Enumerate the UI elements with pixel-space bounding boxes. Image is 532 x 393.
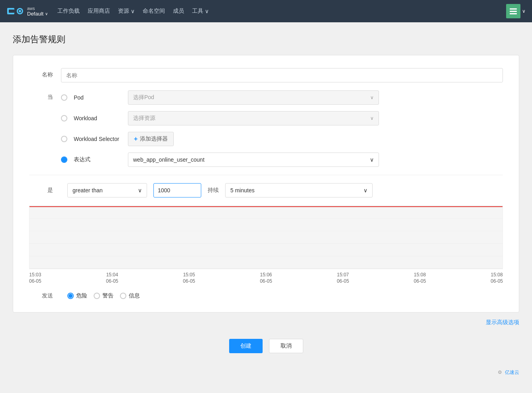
- condition-select-value: greater than: [73, 187, 103, 194]
- navbar: aws Default ∨ 工作负载 应用商店 资源 ∨ 命名空间 成员 工具 …: [0, 0, 532, 22]
- send-row: 发送 危险 警告 信息: [29, 292, 503, 299]
- duration-label: 持续: [208, 187, 219, 194]
- workload-select-placeholder: 选择资源: [133, 115, 155, 122]
- expression-label: 表达式: [74, 156, 122, 163]
- name-input[interactable]: [61, 68, 503, 82]
- workload-selector-radio[interactable]: [61, 136, 67, 142]
- aws-label: aws: [27, 6, 48, 11]
- default-label: Default: [27, 11, 43, 17]
- when-options: Pod 选择Pod ∨ Workload 选择资源 ∨: [61, 90, 503, 167]
- svg-rect-2: [9, 10, 14, 13]
- expression-value: web_app_online_user_count: [133, 156, 204, 163]
- radio-group: Pod 选择Pod ∨ Workload 选择资源 ∨: [61, 90, 503, 167]
- pod-select-chevron-icon: ∨: [370, 95, 374, 100]
- pod-label: Pod: [74, 94, 122, 101]
- condition-row: 是 greater than ∨ 持续 5 minutes ∨: [29, 183, 503, 197]
- footer: ⚙ 亿速云: [0, 364, 532, 381]
- footer-link[interactable]: 亿速云: [505, 370, 519, 375]
- threshold-input[interactable]: [153, 183, 201, 197]
- chart-x-labels: 15:0306-05 15:0406-05 15:0506-05 15:0606…: [29, 272, 503, 284]
- expression-chevron-icon: ∨: [370, 156, 374, 163]
- plus-icon: +: [134, 135, 137, 143]
- info-label: 信息: [129, 292, 140, 299]
- add-selector-label: 添加选择器: [140, 135, 168, 143]
- pod-select-placeholder: 选择Pod: [133, 94, 154, 101]
- resources-chevron-icon: ∨: [131, 8, 135, 14]
- logo: aws Default ∨: [6, 4, 48, 18]
- warning-label: 警告: [102, 292, 114, 299]
- workload-label: Workload: [74, 115, 122, 121]
- pod-row: Pod 选择Pod ∨: [61, 90, 503, 105]
- condition-select-chevron-icon: ∨: [138, 187, 142, 194]
- cancel-button[interactable]: 取消: [269, 339, 303, 353]
- form-card: 名称 当 Pod 选择Pod ∨: [13, 55, 519, 313]
- tools-chevron-icon: ∨: [205, 8, 209, 14]
- is-label: 是: [29, 187, 61, 194]
- nav-namespace[interactable]: 命名空间: [143, 8, 165, 15]
- danger-label: 危险: [76, 292, 87, 299]
- add-selector-button[interactable]: + 添加选择器: [128, 132, 174, 146]
- buttons-row: 创建 取消: [13, 339, 519, 353]
- workload-selector-label: Workload Selector: [74, 136, 122, 142]
- navbar-right: ∨: [506, 4, 526, 18]
- expression-radio[interactable]: [61, 156, 67, 163]
- main-content: 添加告警规则 名称 当 Pod 选择Pod ∨: [0, 22, 532, 364]
- workload-select-chevron-icon: ∨: [370, 115, 374, 121]
- danger-radio[interactable]: [67, 293, 74, 299]
- user-chevron-icon[interactable]: ∨: [522, 8, 526, 14]
- send-label: 发送: [29, 292, 61, 299]
- condition-select[interactable]: greater than ∨: [67, 183, 147, 197]
- default-chevron-icon[interactable]: ∨: [45, 12, 48, 16]
- brand: aws Default ∨: [27, 6, 48, 17]
- when-label: 当: [29, 90, 61, 101]
- footer-icon: ⚙: [498, 370, 502, 375]
- page-title: 添加告警规则: [13, 33, 519, 45]
- nav-app-store[interactable]: 应用商店: [88, 8, 110, 15]
- name-row: 名称: [29, 68, 503, 82]
- chart-container: 1000 800 600 400 200 0: [29, 205, 503, 284]
- workload-select[interactable]: 选择资源 ∨: [128, 111, 379, 125]
- nav-resources[interactable]: 资源 ∨: [118, 8, 135, 15]
- duration-select[interactable]: 5 minutes ∨: [225, 183, 373, 197]
- danger-option[interactable]: 危险: [67, 292, 87, 299]
- pod-select[interactable]: 选择Pod ∨: [128, 90, 379, 105]
- divider: [29, 175, 503, 175]
- duration-chevron-icon: ∨: [363, 187, 367, 194]
- create-button[interactable]: 创建: [229, 339, 263, 353]
- workload-radio[interactable]: [61, 115, 67, 121]
- info-radio[interactable]: [120, 293, 126, 299]
- advanced-options-link[interactable]: 显示高级选项: [486, 319, 519, 325]
- svg-rect-6: [29, 206, 503, 269]
- info-option[interactable]: 信息: [120, 292, 140, 299]
- nav-links: 工作负载 应用商店 资源 ∨ 命名空间 成员 工具 ∨: [57, 8, 209, 15]
- advanced-options-row: 显示高级选项: [13, 319, 519, 326]
- when-row: 当 Pod 选择Pod ∨ Workload: [29, 90, 503, 167]
- name-label: 名称: [29, 68, 61, 78]
- nav-workload[interactable]: 工作负载: [57, 8, 80, 15]
- warning-radio[interactable]: [94, 293, 100, 299]
- warning-option[interactable]: 警告: [94, 292, 114, 299]
- nav-tools[interactable]: 工具 ∨: [192, 8, 209, 15]
- pod-radio[interactable]: [61, 94, 67, 101]
- svg-point-5: [19, 10, 21, 12]
- duration-value: 5 minutes: [230, 187, 255, 194]
- expression-row: 表达式 web_app_online_user_count ∨: [61, 153, 503, 167]
- expression-select[interactable]: web_app_online_user_count ∨: [128, 153, 379, 167]
- nav-members[interactable]: 成员: [173, 8, 184, 15]
- workload-selector-row: Workload Selector + 添加选择器: [61, 132, 503, 146]
- user-avatar[interactable]: [506, 4, 520, 18]
- workload-row: Workload 选择资源 ∨: [61, 111, 503, 125]
- chart-svg: [29, 205, 503, 269]
